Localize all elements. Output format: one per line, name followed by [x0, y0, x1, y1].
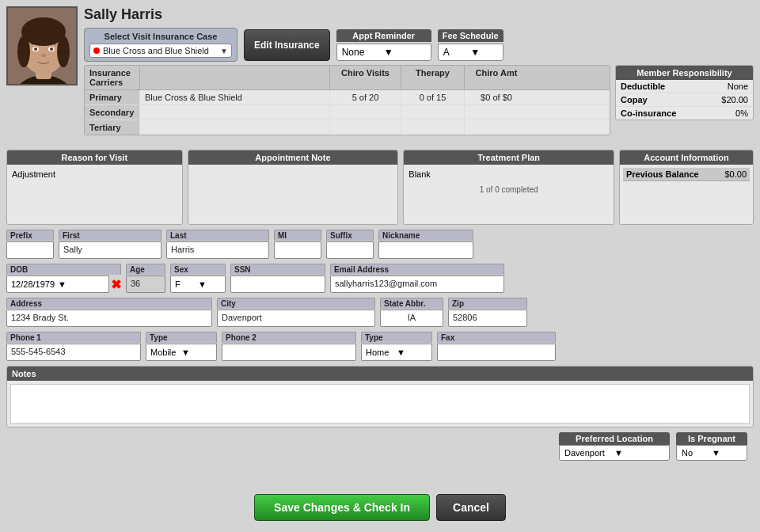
main-container: Sally Harris Select Visit Insurance Case… [0, 0, 760, 532]
age-input: 36 [126, 276, 165, 293]
fee-schedule-dropdown[interactable]: A ▼ [438, 44, 504, 61]
prefix-input[interactable] [6, 241, 54, 259]
patient-name: Sally Harris [84, 6, 754, 23]
is-pregnant-dropdown[interactable]: No ▼ [676, 445, 747, 461]
insurance-selected: Blue Cross and Blue Shield [103, 46, 217, 55]
first-input[interactable]: Sally [59, 241, 162, 259]
dob-arrow-icon: ▼ [58, 279, 104, 289]
ic-primary-row: Primary Blue Cross & Blue Shield 5 of 20… [85, 90, 610, 105]
coinsurance-label: Co-insurance [621, 108, 676, 118]
ic-tertiary-chiro [330, 120, 401, 135]
reason-for-visit-value: Adjustment [12, 169, 55, 179]
visit-insurance-dropdown[interactable]: Blue Cross and Blue Shield ▼ [89, 44, 232, 58]
fee-schedule-box: Fee Schedule A ▼ [438, 29, 504, 61]
ic-secondary-chiro [330, 105, 401, 120]
treatment-plan-value: Blank [408, 169, 609, 179]
ic-primary-label: Primary [85, 90, 140, 104]
mi-label: MI [274, 230, 321, 241]
appointment-note-content[interactable] [188, 165, 398, 220]
member-responsibility-box: Member Responsibility Deductible None Co… [615, 65, 754, 140]
svg-point-10 [50, 48, 53, 51]
phone2-input[interactable] [222, 344, 356, 361]
age-field-group: Age 36 [126, 264, 165, 293]
sex-field-group: Sex F ▼ [170, 264, 226, 293]
address-row: Address 1234 Brady St. City Davenport St… [6, 298, 754, 327]
svg-point-9 [34, 48, 37, 51]
last-field-group: Last Harris [166, 230, 269, 259]
ic-secondary-label: Secondary [85, 105, 140, 120]
svg-point-5 [17, 36, 30, 67]
svg-point-6 [57, 36, 70, 67]
ic-secondary-amt [465, 105, 528, 120]
ssn-input[interactable] [230, 276, 325, 293]
preferred-location-label: Preferred Location [559, 432, 670, 445]
fax-field-group: Fax [437, 332, 556, 361]
state-field-group: State Abbr. IA [380, 298, 443, 327]
city-input[interactable]: Davenport [217, 310, 375, 327]
last-input[interactable]: Harris [166, 241, 269, 259]
dob-clear-button[interactable]: ✖ [111, 277, 121, 292]
save-button[interactable]: Save Changes & Check In [254, 494, 430, 521]
dob-row: DOB 12/28/1979 ▼ ✖ Age 36 Sex F ▼ SSN [6, 264, 754, 293]
phone2-label: Phone 2 [222, 332, 356, 343]
cancel-button[interactable]: Cancel [436, 494, 506, 521]
suffix-input[interactable] [326, 241, 374, 259]
header-controls: Select Visit Insurance Case Blue Cross a… [84, 28, 754, 62]
phone2-type-value: Home [366, 348, 397, 357]
phone2-type-dropdown[interactable]: Home ▼ [361, 344, 432, 361]
insurance-carriers-table: Insurance Carriers Chiro Visits Therapy … [84, 65, 610, 140]
preferred-location-value: Davenport [564, 448, 614, 458]
phone-row: Phone 1 555-545-6543 Type Mobile ▼ Phone… [6, 332, 754, 361]
nickname-input[interactable] [378, 241, 473, 259]
sex-arrow-icon: ▼ [198, 279, 221, 289]
dob-input[interactable]: 12/28/1979 ▼ [6, 276, 109, 293]
address-field-group: Address 1234 Brady St. [6, 298, 212, 327]
treatment-plan-content: Blank 1 of 0 completed [404, 165, 614, 204]
sex-dropdown[interactable]: F ▼ [170, 276, 226, 293]
mi-input[interactable] [274, 241, 321, 259]
ssn-field-group: SSN [230, 264, 325, 293]
dob-field-group: DOB 12/28/1979 ▼ ✖ [6, 264, 121, 293]
phone1-type-value: Mobile [150, 348, 181, 357]
notes-input[interactable] [10, 384, 750, 424]
appt-reminder-value: None [342, 47, 384, 58]
is-pregnant-box: Is Pregnant No ▼ [676, 432, 747, 461]
mi-field-group: MI [274, 230, 321, 259]
fax-input[interactable] [437, 344, 556, 361]
age-label: Age [126, 264, 165, 275]
ic-tertiary-amt [465, 120, 528, 135]
insurance-carriers-section: Insurance Carriers Chiro Visits Therapy … [84, 65, 610, 135]
reason-for-visit-box: Reason for Visit Adjustment [6, 150, 183, 225]
edit-insurance-button[interactable]: Edit Insurance [244, 29, 330, 61]
email-input[interactable]: sallyharris123@gmail.com [330, 276, 504, 293]
reason-for-visit-content[interactable]: Adjustment [7, 165, 182, 220]
appt-reminder-arrow-icon: ▼ [384, 47, 426, 58]
zip-field-group: Zip 52806 [448, 298, 527, 327]
ic-primary-carrier: Blue Cross & Blue Shield [140, 90, 330, 104]
ic-secondary-therapy [401, 105, 465, 120]
phone1-type-dropdown[interactable]: Mobile ▼ [146, 344, 217, 361]
bottom-fields-row: Preferred Location Davenport ▼ Is Pregna… [6, 432, 754, 461]
red-dot-icon [93, 48, 100, 54]
copay-label: Copay [621, 95, 648, 104]
appt-reminder-dropdown[interactable]: None ▼ [336, 44, 431, 61]
appt-reminder-label: Appt Reminder [336, 29, 431, 42]
address-input[interactable]: 1234 Brady St. [6, 310, 212, 327]
suffix-field-group: Suffix [326, 230, 374, 259]
prev-balance-label: Previous Balance [626, 169, 699, 179]
treatment-plan-progress: 1 of 0 completed [408, 185, 609, 194]
reason-for-visit-header: Reason for Visit [7, 150, 182, 165]
zip-label: Zip [448, 298, 527, 309]
deductible-row: Deductible None [616, 80, 753, 93]
state-input[interactable]: IA [380, 310, 443, 327]
ssn-label: SSN [230, 264, 325, 275]
ic-primary-chiro: 5 of 20 [330, 90, 401, 104]
last-label: Last [166, 230, 269, 241]
phone1-input[interactable]: 555-545-6543 [6, 344, 141, 361]
phone1-label: Phone 1 [6, 332, 141, 343]
preferred-location-dropdown[interactable]: Davenport ▼ [559, 445, 670, 461]
zip-input[interactable]: 52806 [448, 310, 527, 327]
ic-primary-amt: $0 of $0 [465, 90, 528, 104]
appt-reminder-box: Appt Reminder None ▼ [336, 29, 431, 61]
appointment-note-box: Appointment Note [188, 150, 399, 225]
